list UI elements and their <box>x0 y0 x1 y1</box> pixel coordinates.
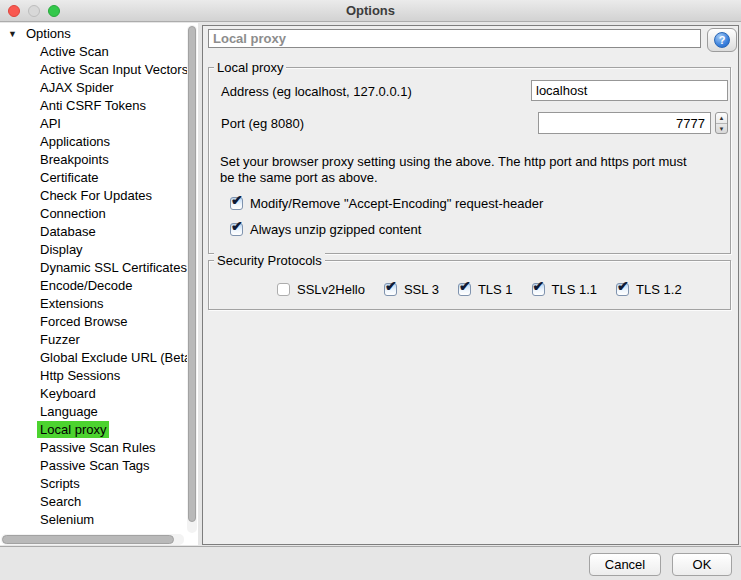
sidebar-item-fuzzer[interactable]: Fuzzer <box>0 331 198 349</box>
sidebar-item-label: Applications <box>37 133 113 150</box>
sidebar-item-label: Options <box>26 26 71 41</box>
sidebar-item-ajax-spider[interactable]: AJAX Spider <box>0 79 198 97</box>
sidebar-item-extensions[interactable]: Extensions <box>0 295 198 313</box>
protocol-checkbox-ssl-3[interactable]: ✔SSL 3 <box>384 282 439 297</box>
options-tree-sidebar: ▼ Options Active ScanActive Scan Input V… <box>0 23 198 545</box>
sidebar-item-label: Forced Browse <box>37 313 130 330</box>
proxy-options-list: ✔Modify/Remove "Accept-Encoding" request… <box>230 196 543 248</box>
sidebar-item-applications[interactable]: Applications <box>0 133 198 151</box>
panel-title-field[interactable] <box>208 29 701 48</box>
sidebar-item-display[interactable]: Display <box>0 241 198 259</box>
sidebar-item-breakpoints[interactable]: Breakpoints <box>0 151 198 169</box>
help-icon: ? <box>714 32 730 48</box>
checkbox-checked-icon[interactable]: ✔ <box>616 283 629 296</box>
checkbox-label: TLS 1 <box>478 282 513 297</box>
vertical-scrollbar-thumb[interactable] <box>188 26 196 522</box>
sidebar-item-spider[interactable]: Spider <box>0 529 198 533</box>
check-mark-icon: ✔ <box>617 278 629 294</box>
checkbox-label: Always unzip gzipped content <box>250 222 421 237</box>
window-title: Options <box>0 0 741 22</box>
checkbox-label: TLS 1.2 <box>636 282 682 297</box>
sidebar-item-label: Spider <box>37 529 81 533</box>
sidebar-item-label: Global Exclude URL (Beta <box>37 349 194 366</box>
port-input[interactable] <box>538 112 711 134</box>
sidebar-tree: ▼ Options Active ScanActive Scan Input V… <box>0 23 198 533</box>
sidebar-horizontal-scrollbar[interactable] <box>1 534 184 545</box>
checkbox-checked-icon[interactable]: ✔ <box>532 283 545 296</box>
title-bar: Options <box>0 0 741 22</box>
address-label: Address (eg localhost, 127.0.0.1) <box>221 84 412 99</box>
sidebar-item-active-scan[interactable]: Active Scan <box>0 43 198 61</box>
port-label: Port (eg 8080) <box>221 116 304 131</box>
checkbox-label: Modify/Remove "Accept-Encoding" request-… <box>250 196 543 211</box>
protocol-checkbox-tls-1-1[interactable]: ✔TLS 1.1 <box>532 282 598 297</box>
checkbox-checked-icon[interactable]: ✔ <box>384 283 397 296</box>
protocol-checkbox-sslv2hello[interactable]: SSLv2Hello <box>277 282 365 297</box>
sidebar-item-check-for-updates[interactable]: Check For Updates <box>0 187 198 205</box>
sidebar-item-label: Keyboard <box>37 385 99 402</box>
sidebar-item-label: Local proxy <box>37 421 109 438</box>
sidebar-item-encode-decode[interactable]: Encode/Decode <box>0 277 198 295</box>
dialog-footer: Cancel OK <box>0 546 741 580</box>
protocol-checkbox-tls-1-2[interactable]: ✔TLS 1.2 <box>616 282 682 297</box>
sidebar-item-passive-scan-tags[interactable]: Passive Scan Tags <box>0 457 198 475</box>
stepper-up-icon[interactable]: ▲ <box>716 113 727 124</box>
sidebar-item-label: Http Sessions <box>37 367 123 384</box>
sidebar-item-connection[interactable]: Connection <box>0 205 198 223</box>
sidebar-item-database[interactable]: Database <box>0 223 198 241</box>
protocol-checkbox-tls-1[interactable]: ✔TLS 1 <box>458 282 513 297</box>
check-mark-icon: ✔ <box>385 278 397 294</box>
sidebar-item-forced-browse[interactable]: Forced Browse <box>0 313 198 331</box>
sidebar-item-http-sessions[interactable]: Http Sessions <box>0 367 198 385</box>
sidebar-item-selenium[interactable]: Selenium <box>0 511 198 529</box>
checkbox-label: TLS 1.1 <box>552 282 598 297</box>
checkbox-modify-remove-accept-encoding-request-header[interactable]: ✔Modify/Remove "Accept-Encoding" request… <box>230 196 543 211</box>
sidebar-item-scripts[interactable]: Scripts <box>0 475 198 493</box>
sidebar-item-label: Selenium <box>37 511 97 528</box>
sidebar-item-label: Active Scan Input Vectors <box>37 61 191 78</box>
sidebar-item-keyboard[interactable]: Keyboard <box>0 385 198 403</box>
sidebar-item-anti-csrf-tokens[interactable]: Anti CSRF Tokens <box>0 97 198 115</box>
sidebar-vertical-scrollbar[interactable] <box>187 25 197 533</box>
sidebar-item-local-proxy[interactable]: Local proxy <box>0 421 198 439</box>
help-button[interactable]: ? <box>707 28 737 52</box>
sidebar-item-options-root[interactable]: ▼ Options <box>0 25 198 43</box>
sidebar-item-label: Connection <box>37 205 109 222</box>
sidebar-item-search[interactable]: Search <box>0 493 198 511</box>
horizontal-scrollbar-thumb[interactable] <box>2 535 174 544</box>
sidebar-item-label: Certificate <box>37 169 102 186</box>
sidebar-item-label: API <box>37 115 64 132</box>
sidebar-item-certificate[interactable]: Certificate <box>0 169 198 187</box>
sidebar-item-label: Passive Scan Rules <box>37 439 159 456</box>
checkbox-checked-icon[interactable]: ✔ <box>230 223 243 236</box>
sidebar-item-label: Extensions <box>37 295 107 312</box>
address-input[interactable] <box>531 80 728 101</box>
sidebar-item-label: Dynamic SSL Certificates <box>37 259 190 276</box>
sidebar-item-active-scan-input-vectors[interactable]: Active Scan Input Vectors <box>0 61 198 79</box>
check-mark-icon: ✔ <box>231 218 243 234</box>
sidebar-item-dynamic-ssl-certificates[interactable]: Dynamic SSL Certificates <box>0 259 198 277</box>
checkbox-always-unzip-gzipped-content[interactable]: ✔Always unzip gzipped content <box>230 222 543 237</box>
checkbox-checked-icon[interactable]: ✔ <box>230 197 243 210</box>
checkbox-label: SSL 3 <box>404 282 439 297</box>
security-protocols-group: Security Protocols SSLv2Hello✔SSL 3✔TLS … <box>208 260 731 310</box>
sidebar-item-global-exclude-url-beta[interactable]: Global Exclude URL (Beta <box>0 349 198 367</box>
local-proxy-group: Local proxy Address (eg localhost, 127.0… <box>208 67 731 254</box>
tree-expand-icon[interactable]: ▼ <box>8 25 17 43</box>
checkbox-checked-icon[interactable]: ✔ <box>458 283 471 296</box>
checkbox-unchecked-icon[interactable] <box>277 283 290 296</box>
sidebar-item-label: AJAX Spider <box>37 79 117 96</box>
sidebar-item-label: Encode/Decode <box>37 277 136 294</box>
sidebar-item-label: Fuzzer <box>37 331 83 348</box>
check-mark-icon: ✔ <box>459 278 471 294</box>
sidebar-item-language[interactable]: Language <box>0 403 198 421</box>
stepper-down-icon[interactable]: ▼ <box>716 124 727 134</box>
sidebar-item-label: Check For Updates <box>37 187 155 204</box>
ok-button[interactable]: OK <box>672 553 732 576</box>
protocols-list: SSLv2Hello✔SSL 3✔TLS 1✔TLS 1.1✔TLS 1.2 <box>277 282 682 297</box>
sidebar-item-passive-scan-rules[interactable]: Passive Scan Rules <box>0 439 198 457</box>
checkbox-label: SSLv2Hello <box>297 282 365 297</box>
sidebar-item-api[interactable]: API <box>0 115 198 133</box>
cancel-button[interactable]: Cancel <box>589 553 661 576</box>
sidebar-tree-items: Active ScanActive Scan Input VectorsAJAX… <box>0 43 198 533</box>
